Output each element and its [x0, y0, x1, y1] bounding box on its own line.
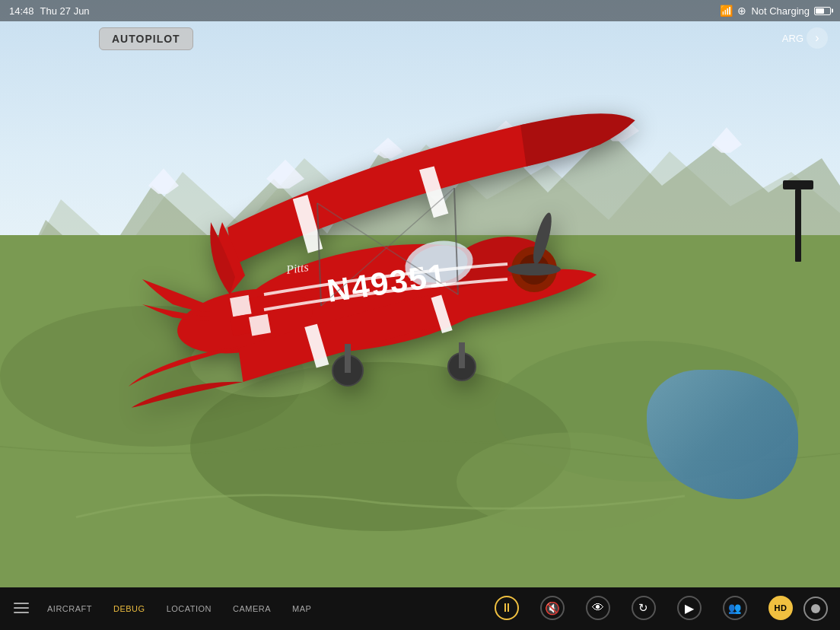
- wifi-icon: 📶: [720, 5, 733, 17]
- aircraft-tab-label: AIRCRAFT: [47, 604, 92, 613]
- toolbar-hd-button[interactable]: HD: [758, 587, 803, 630]
- svg-point-29: [508, 263, 561, 275]
- menu-arrow-icon: ›: [815, 31, 819, 45]
- autopilot-button[interactable]: AUTOPILOT: [99, 27, 193, 50]
- camera-tab-label: CAMERA: [233, 604, 271, 613]
- status-left: 14:48 Thu 27 Jun: [9, 5, 90, 17]
- toolbar-people-button[interactable]: 👥: [712, 587, 758, 630]
- arg-label: ARG: [782, 33, 803, 44]
- aircraft-container: N49351 Pitts: [42, 30, 714, 529]
- battery-status-text: Not Charging: [751, 5, 810, 17]
- toolbar-camera-tab[interactable]: CAMERA: [222, 587, 282, 630]
- toolbar-map-tab[interactable]: MAP: [282, 587, 322, 630]
- toolbar-aircraft-tab[interactable]: AIRCRAFT: [37, 587, 103, 630]
- debug-tab-label: DEBUG: [113, 604, 145, 613]
- mute-icon: 🔇: [540, 596, 565, 620]
- toolbar-play-button[interactable]: ▶: [667, 587, 712, 630]
- hd-icon: HD: [768, 596, 793, 620]
- menu-circle-icon: ›: [807, 27, 828, 49]
- svg-rect-39: [795, 189, 801, 262]
- people-icon: 👥: [723, 596, 747, 620]
- toolbar-menu-button[interactable]: [6, 587, 37, 630]
- t-indicator: [779, 177, 817, 271]
- toolbar-record-button[interactable]: [803, 597, 828, 621]
- battery-fill: [816, 8, 824, 14]
- date-display: Thu 27 Jun: [40, 5, 90, 17]
- eye-icon: 👁: [586, 596, 610, 620]
- toolbar: AIRCRAFT DEBUG LOCATION CAMERA MAP ⏸ 🔇 👁: [0, 587, 840, 630]
- svg-rect-22: [230, 294, 252, 317]
- top-right-menu[interactable]: ARG ›: [782, 27, 828, 49]
- svg-rect-25: [249, 313, 271, 336]
- toolbar-eye-button[interactable]: 👁: [575, 587, 621, 630]
- location-tab-label: LOCATION: [167, 604, 212, 613]
- flight-scene: N49351 Pitts: [0, 0, 840, 587]
- map-tab-label: MAP: [292, 604, 311, 613]
- svg-rect-31: [345, 344, 351, 373]
- pause-icon: ⏸: [495, 596, 519, 620]
- refresh-icon: ↻: [632, 596, 656, 620]
- svg-rect-38: [783, 180, 813, 189]
- toolbar-refresh-button[interactable]: ↻: [621, 587, 667, 630]
- record-dot-icon: [811, 604, 820, 613]
- signal-icon: ⊕: [737, 5, 746, 17]
- hamburger-icon: [14, 603, 29, 613]
- svg-rect-33: [459, 342, 465, 368]
- toolbar-debug-tab[interactable]: DEBUG: [103, 587, 156, 630]
- svg-rect-23: [249, 294, 271, 317]
- toolbar-pause-button[interactable]: ⏸: [484, 587, 530, 630]
- toolbar-mute-button[interactable]: 🔇: [530, 587, 575, 630]
- battery-icon: [814, 7, 831, 15]
- play-icon: ▶: [677, 596, 702, 620]
- svg-rect-24: [230, 313, 252, 336]
- toolbar-location-tab[interactable]: LOCATION: [156, 587, 222, 630]
- aircraft-svg: N49351 Pitts: [112, 51, 644, 508]
- status-bar: 14:48 Thu 27 Jun 📶 ⊕ Not Charging: [0, 0, 840, 21]
- time-display: 14:48: [9, 5, 34, 17]
- status-right: 📶 ⊕ Not Charging: [720, 5, 831, 17]
